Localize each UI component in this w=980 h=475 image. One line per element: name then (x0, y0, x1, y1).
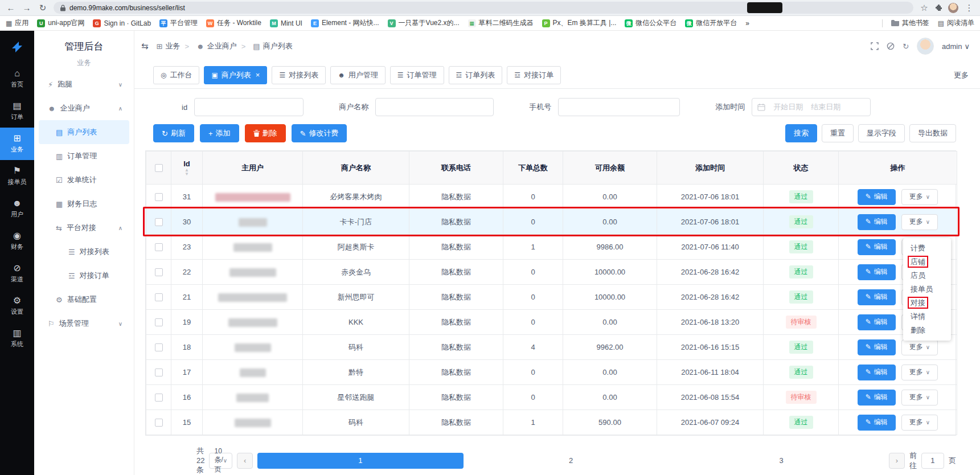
forward-icon[interactable]: → (22, 3, 32, 13)
extensions-icon[interactable] (935, 4, 942, 11)
more-button[interactable]: 更多 ∨ (901, 415, 938, 431)
bookmark-item[interactable]: M Mint UI (270, 19, 302, 27)
bookmark-star-icon[interactable]: ☆ (919, 3, 929, 13)
edit-button[interactable]: ✎ 编辑 (858, 415, 896, 431)
sidebar-menu-item[interactable]: ▤ 商户列表 (39, 120, 129, 144)
page-tab[interactable]: ◎ 工作台 × (153, 66, 199, 84)
row-checkbox[interactable] (155, 419, 163, 427)
select-all-checkbox[interactable] (155, 164, 163, 172)
more-button[interactable]: 更多 ∨ (901, 365, 938, 380)
browser-profile-avatar[interactable] (948, 3, 958, 13)
row-checkbox[interactable] (155, 343, 163, 351)
sidebar-menu-item[interactable]: ▦ 财务日志 (39, 192, 129, 216)
sidebar-menu-item[interactable]: ⚡ 跑腿 ∨ (39, 72, 129, 96)
edit-button[interactable]: ✎ 编辑 (858, 264, 896, 280)
edit-button[interactable]: ✎ 编辑 (858, 239, 896, 255)
edit-button[interactable]: ✎ 编辑 (858, 289, 896, 305)
sidebar-menu-item[interactable]: ☑ 发单统计 (39, 168, 129, 192)
reset-button[interactable]: 重置 (822, 124, 854, 142)
edit-button[interactable]: ✎ 编辑 (858, 314, 896, 330)
page-tab[interactable]: ☰ 订单管理 × (390, 66, 444, 84)
dropdown-menu-item[interactable]: 店员 (903, 269, 951, 282)
row-checkbox[interactable] (155, 268, 163, 276)
delete-button[interactable]: 删除 (245, 124, 286, 142)
row-checkbox[interactable] (155, 293, 163, 301)
search-button[interactable]: 搜索 (785, 124, 817, 142)
table-row[interactable]: 31 必烤客果木烤肉 隐私数据 0 0.00 2021-07-06 18:01 … (146, 185, 957, 210)
bookmarks-overflow-button[interactable]: » (745, 19, 749, 27)
dropdown-menu-item[interactable]: 对接 (903, 296, 951, 310)
goto-page-input[interactable] (921, 453, 944, 469)
rail-nav-item[interactable]: ☻ 用户 (0, 193, 34, 225)
col-id[interactable]: Id ▲▼ (171, 151, 203, 185)
table-row[interactable]: 16 星邻送跑腿 隐私数据 0 0.00 2021-06-08 15:54 待审… (146, 385, 957, 410)
rail-nav-item[interactable]: ⊞ 业务 (0, 128, 34, 160)
row-checkbox[interactable] (155, 368, 163, 376)
row-checkbox[interactable] (155, 318, 163, 326)
fullscreen-icon[interactable] (871, 42, 879, 50)
bookmark-item[interactable]: 平 平台管理 (159, 18, 198, 28)
row-checkbox[interactable] (155, 218, 163, 226)
page-number-button[interactable]: 3 (678, 453, 884, 469)
sidebar-menu-item[interactable]: ⚙ 基础配置 (39, 288, 129, 312)
bookmark-item[interactable]: E Element - 网站快... (311, 18, 379, 28)
bookmark-item[interactable]: V 一只基于Vue2.x的... (388, 18, 460, 28)
more-button[interactable]: 更多 ∨ (901, 189, 938, 205)
edit-button[interactable]: ✎ 编辑 (858, 214, 896, 230)
bookmark-item[interactable]: G Sign in · GitLab (93, 19, 151, 27)
row-checkbox[interactable] (155, 243, 163, 251)
sidebar-menu-item[interactable]: ⇆ 平台对接 ∧ (39, 216, 129, 240)
sidebar-menu-item[interactable]: ☻ 企业商户 ∧ (39, 96, 129, 120)
refresh-button[interactable]: ↻ 刷新 (153, 124, 194, 142)
back-icon[interactable]: ← (6, 3, 16, 13)
sidebar-menu-item[interactable]: ▥ 订单管理 (39, 144, 129, 168)
table-row[interactable]: 15 码科 隐私数据 1 590.00 2021-06-07 09:24 通过 (146, 410, 957, 435)
address-bar[interactable]: demo.99make.com/business/seller/list (54, 2, 913, 14)
edit-button[interactable]: ✎ 编辑 (858, 189, 896, 205)
modify-billing-button[interactable]: ✎ 修改计费 (292, 124, 347, 142)
rail-nav-item[interactable]: ▤ 订单 (0, 95, 34, 128)
page-tab[interactable]: ☲ 订单列表 × (449, 66, 503, 84)
table-row[interactable]: 30 卡卡-门店 隐私数据 0 0.00 2021-07-06 18:01 通过 (146, 210, 957, 235)
reading-list-button[interactable]: ▤ 阅读清单 (938, 18, 974, 28)
edit-button[interactable]: ✎ 编辑 (858, 390, 896, 406)
more-button[interactable]: 更多 ∨ (901, 214, 938, 230)
bookmark-item[interactable]: P Px、Em 换算工具 |... (542, 18, 617, 28)
page-number-button[interactable]: 1 (257, 453, 464, 469)
table-row[interactable]: 17 黔特 隐私数据 0 0.00 2021-06-11 18:04 通过 (146, 360, 957, 385)
add-button[interactable]: + 添加 (200, 124, 239, 142)
breadcrumb-item[interactable]: > ▤ 商户列表 (237, 41, 293, 51)
bookmark-item[interactable]: 微 微信公众平台 (625, 18, 676, 28)
export-data-button[interactable]: 导出数据 (909, 124, 956, 142)
page-tab[interactable]: ☻ 用户管理 × (330, 66, 386, 84)
table-row[interactable]: 23 阿超奥斯卡 隐私数据 1 9986.00 2021-07-06 11:40… (146, 235, 957, 260)
row-checkbox[interactable] (155, 193, 163, 201)
table-row[interactable]: 22 赤炎金乌 隐私数据 0 10000.00 2021-06-28 16:42… (146, 260, 957, 285)
rail-nav-item[interactable]: ▥ 系统 (0, 322, 34, 355)
sidebar-collapse-icon[interactable]: ⇆ (141, 41, 149, 51)
browser-menu-icon[interactable]: ⋮ (964, 3, 974, 13)
sidebar-menu-item[interactable]: ⚐ 场景管理 ∨ (39, 312, 129, 335)
admin-menu[interactable]: admin ∨ (942, 42, 970, 51)
bookmark-item[interactable]: 微 微信开放平台 (685, 18, 737, 28)
table-row[interactable]: 18 码科 隐私数据 4 9962.00 2021-06-16 15:15 通过 (146, 335, 957, 360)
rail-nav-item[interactable]: ⌂ 首页 (0, 63, 34, 95)
next-page-button[interactable]: › (889, 453, 905, 469)
sort-carets-icon[interactable]: ▲▼ (184, 168, 189, 176)
admin-avatar[interactable] (917, 38, 934, 55)
page-size-select[interactable]: 10条/页 ∨ (209, 453, 232, 469)
dropdown-menu-item[interactable]: 删除 (903, 324, 951, 337)
bookmark-item[interactable]: U uni-app官网 (37, 18, 84, 28)
rail-nav-item[interactable]: ⚙ 设置 (0, 290, 34, 322)
edit-button[interactable]: ✎ 编辑 (858, 365, 896, 380)
more-button[interactable]: 更多 ∨ (901, 339, 938, 355)
refresh-page-icon[interactable]: ↻ (903, 42, 909, 51)
rail-nav-item[interactable]: ⚑ 接单员 (0, 160, 34, 193)
apps-shortcut[interactable]: ▦ 应用 (6, 18, 28, 28)
show-fields-button[interactable]: 显示字段 (858, 124, 905, 142)
dropdown-menu-item[interactable]: 计费 (903, 241, 951, 255)
prev-page-button[interactable]: ‹ (237, 453, 253, 469)
breadcrumb-item[interactable]: > ☻ 企业商户 (180, 41, 236, 51)
bookmark-item[interactable]: W 任务 - Worktile (206, 18, 261, 28)
lock-screen-icon[interactable] (887, 42, 895, 50)
